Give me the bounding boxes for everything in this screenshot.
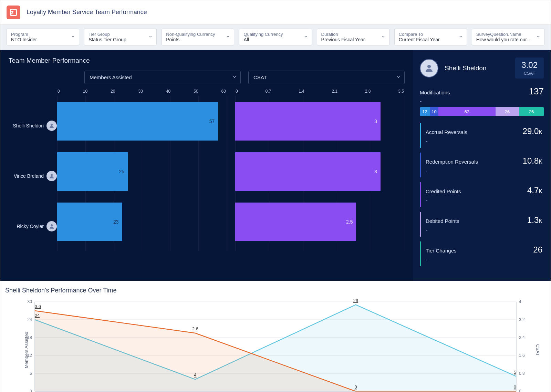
svg-text:29: 29 [353, 298, 358, 303]
profile-panel: Shelli Sheldon 3.02 CSAT Modifications 1… [413, 50, 551, 281]
filter-label: Qualifying Currency [243, 32, 300, 37]
member-row[interactable]: Shelli Sheldon [9, 103, 57, 148]
svg-text:0: 0 [514, 384, 516, 390]
segment[interactable]: 10 [430, 107, 438, 116]
svg-point-1 [11, 11, 13, 13]
member-row[interactable]: Ricky Coyier [9, 204, 57, 249]
svg-text:0: 0 [30, 389, 32, 392]
svg-text:4: 4 [194, 372, 196, 378]
filter-tier-group[interactable]: Tier Group Status Tier Group [84, 29, 157, 45]
svg-text:2.4: 2.4 [519, 335, 525, 340]
filter-value: Status Tier Group [89, 37, 145, 42]
stat-card[interactable]: Tier Changes26- [420, 241, 544, 266]
axis-tick: 30 [138, 89, 143, 94]
svg-text:3.2: 3.2 [519, 317, 525, 322]
filter-label: Program [11, 32, 67, 37]
segment[interactable]: 26 [496, 107, 519, 116]
bar[interactable]: 3 [235, 102, 381, 141]
chevron-down-icon [232, 74, 237, 80]
filter-value: Current Fiscal Year [399, 37, 455, 42]
avatar-icon [46, 171, 57, 181]
filter-program[interactable]: Program NTO Insider [7, 29, 79, 45]
score-value: 3.02 [521, 60, 538, 70]
bar[interactable]: 25 [57, 152, 128, 191]
member-axis: Shelli Sheldon Vince Breland Ricky Coyie… [9, 89, 57, 254]
stat-value: 26 [533, 245, 542, 255]
svg-text:0: 0 [354, 384, 357, 390]
svg-point-5 [427, 65, 431, 68]
segment[interactable]: 63 [438, 107, 496, 116]
chevron-down-icon [303, 34, 308, 40]
filter-duration[interactable]: Duration Previous Fiscal Year [317, 29, 389, 45]
member-name: Vince Breland [14, 173, 44, 179]
x-axis-ticks: 0102030405060 [57, 89, 227, 96]
svg-text:5: 5 [514, 370, 516, 375]
chevron-down-icon [381, 34, 386, 40]
filter-non-qual-currency[interactable]: Non-Qualifying Currency Points [162, 29, 234, 45]
stat-label: Credited Points [426, 188, 461, 194]
axis-tick: 0 [58, 89, 60, 94]
svg-text:2.6: 2.6 [192, 326, 198, 331]
metric-select-value: CSAT [253, 74, 267, 80]
bar[interactable]: 2.5 [235, 203, 356, 241]
chevron-down-icon [148, 34, 153, 40]
csat-score-card: 3.02 CSAT [515, 58, 544, 79]
modifications-label: Modifications [420, 90, 450, 95]
metric-select-right[interactable]: CSAT [248, 71, 405, 84]
avatar-icon [46, 221, 57, 231]
team-performance-panel: Team Member Performance Members Assisted… [0, 50, 413, 281]
axis-tick: 60 [221, 89, 226, 94]
chevron-down-icon [226, 34, 230, 40]
modifications-value: 137 [529, 86, 544, 97]
stat-value: 4.7K [527, 186, 542, 195]
svg-text:4: 4 [519, 299, 521, 304]
segment[interactable]: 26 [519, 107, 544, 116]
svg-point-3 [51, 174, 53, 176]
segment[interactable]: 12 [420, 107, 430, 116]
filter-compare-to[interactable]: Compare To Current Fiscal Year [394, 29, 467, 45]
bar[interactable]: 57 [57, 102, 218, 141]
metric-select-left[interactable]: Members Assisted [84, 71, 241, 84]
stat-card[interactable]: Redemption Reversals10.8K- [420, 153, 544, 177]
axis-tick: 40 [166, 89, 170, 94]
filter-qual-currency[interactable]: Qualifying Currency All [239, 29, 312, 45]
modifications-breakdown-bar: 1210632626 [420, 107, 544, 116]
filter-label: Compare To [399, 32, 455, 37]
stat-delta: - [426, 227, 542, 233]
bar[interactable]: 23 [57, 203, 122, 241]
svg-text:24: 24 [35, 313, 40, 318]
bar[interactable]: 3 [235, 152, 381, 191]
performance-over-time-section: Shelli Sheldon's Performance Over Time M… [0, 281, 551, 392]
axis-tick: 3.5 [398, 89, 404, 94]
chevron-down-icon [458, 34, 463, 40]
axis-tick: 50 [194, 89, 198, 94]
line-chart: Members Assisted CSAT 061218243000.81.62… [18, 298, 533, 392]
stat-card[interactable]: Credited Points4.7K- [420, 182, 544, 207]
filter-survey-question[interactable]: SurveyQuestion.Name How would you rate o… [472, 29, 544, 45]
profile-name: Shelli Sheldon [445, 64, 509, 72]
axis-tick: 10 [83, 89, 87, 94]
filter-label: SurveyQuestion.Name [476, 32, 532, 37]
stat-card[interactable]: Accrual Reversals29.0K- [420, 123, 544, 148]
member-row[interactable]: Vince Breland [9, 154, 57, 198]
csat-chart: 00.71.42.12.83.5 332.5 [235, 89, 405, 254]
filter-value: Points [166, 37, 222, 42]
chevron-down-icon [71, 34, 75, 40]
filter-value: Previous Fiscal Year [321, 37, 377, 42]
y-axis-label-left: Members Assisted [24, 332, 29, 368]
chevron-down-icon [536, 34, 541, 40]
svg-point-2 [51, 124, 53, 126]
svg-text:24: 24 [28, 317, 32, 322]
member-name: Ricky Coyier [17, 224, 44, 229]
y-axis-label-right: CSAT [536, 344, 541, 356]
filter-value: How would you rate our serv [476, 37, 532, 42]
stat-card[interactable]: Debited Points1.3K- [420, 212, 544, 237]
stat-delta: - [426, 168, 542, 174]
axis-tick: 20 [111, 89, 115, 94]
x-axis-ticks: 00.71.42.12.83.5 [235, 89, 405, 96]
stat-delta: - [426, 257, 542, 263]
stat-value: 10.8K [523, 156, 542, 166]
score-label: CSAT [521, 71, 538, 76]
stat-label: Accrual Reversals [426, 129, 467, 135]
filter-label: Duration [321, 32, 377, 37]
